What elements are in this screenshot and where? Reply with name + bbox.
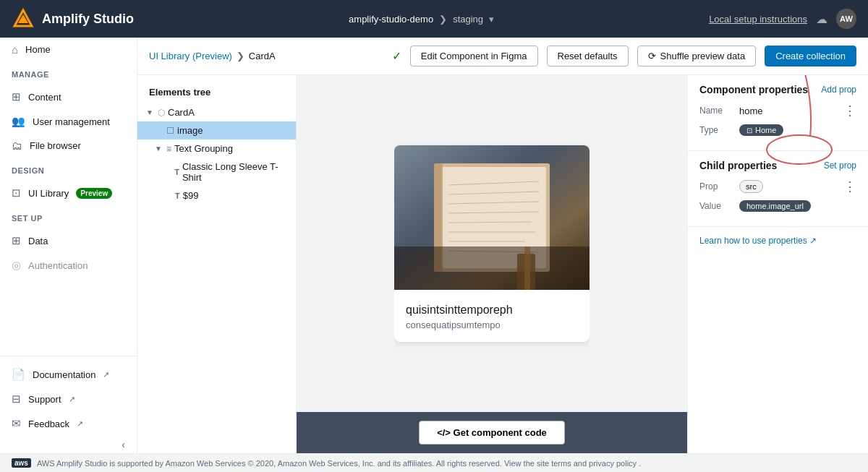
ui-library-icon: ⊡ (12, 186, 21, 199)
main-layout: ⌂ Home Manage ⊞ Content 👥 User managemen… (0, 38, 868, 453)
name-row: Name home ⋮ (699, 103, 856, 119)
sidebar-item-feedback[interactable]: ✉ Feedback ↗ (0, 411, 137, 436)
topbar-right: Local setup instructions ☁ AW (709, 9, 856, 29)
docs-icon: 📄 (12, 368, 25, 381)
footer: aws AWS Amplify Studio is supported by A… (0, 453, 868, 472)
tree-label-tshirt: Classic Long Sleeve T-Shirt (182, 161, 290, 183)
shuffle-icon: ⟳ (648, 51, 656, 61)
sidebar-bottom: 📄 Documentation ↗ ⊟ Support ↗ ✉ Feedback… (0, 356, 137, 453)
name-label: Name (699, 106, 739, 116)
sidebar-section-manage: Manage (0, 61, 137, 85)
tree-label-carda: CardA (168, 107, 195, 118)
external-link-icon-support: ↗ (69, 395, 75, 404)
tree-label-text-grouping: Text Grouping (174, 143, 233, 154)
prop-label: Prop (699, 181, 739, 192)
sidebar-item-support[interactable]: ⊟ Support ↗ (0, 387, 137, 411)
breadcrumb-chevron: ❯ (439, 14, 447, 25)
learn-link-text[interactable]: Learn how to use properties ↗ (699, 236, 817, 246)
name-menu-icon[interactable]: ⋮ (843, 103, 856, 119)
shuffle-label: Shuffle preview data (660, 51, 746, 61)
component-properties-title: Component properties (699, 84, 808, 95)
card-subtitle: consequatipsumtempo (406, 319, 578, 330)
collapse-sidebar-icon[interactable]: ‹ (122, 439, 125, 450)
external-link-icon-feedback: ↗ (77, 419, 83, 429)
breadcrumb[interactable]: UI Library (Preview) ❯ CardA (149, 51, 276, 61)
amplify-logo-icon (12, 7, 35, 30)
value-badge: home.image_url (739, 200, 811, 212)
learn-link[interactable]: Learn how to use properties ↗ (688, 227, 868, 254)
sidebar-item-home[interactable]: ⌂ Home (0, 38, 137, 61)
shuffle-preview-button[interactable]: ⟳ Shuffle preview data (637, 46, 757, 66)
svg-rect-16 (524, 246, 530, 290)
value-label: Value (699, 201, 739, 211)
tree-item-carda[interactable]: ▼ ⬡ CardA (137, 103, 296, 121)
topbar-center: amplify-studio-demo ❯ staging ▾ (349, 14, 494, 25)
sidebar-item-content[interactable]: ⊞ Content (0, 85, 137, 109)
breadcrumb-separator: ❯ (237, 51, 244, 61)
tree-item-image[interactable]: ☐ image (137, 121, 296, 140)
value-row: Value home.image_url (699, 200, 856, 212)
breadcrumb-library[interactable]: UI Library (Preview) (149, 51, 232, 61)
preview-area: quisintsinttemporeph consequatipsumtempo… (297, 75, 687, 453)
tree-icon-carda: ⬡ (158, 108, 165, 118)
tree-icon-price: T (175, 192, 180, 200)
type-badge: ⊡ Home (739, 124, 783, 136)
preview-bottom-bar: </> Get component code (297, 412, 687, 453)
sidebar-item-auth[interactable]: ◎ Authentication (0, 253, 137, 278)
card-image (394, 145, 590, 290)
tree-toggle-carda[interactable]: ▼ (146, 108, 155, 116)
prop-row: Prop src ⋮ (699, 179, 856, 194)
avatar[interactable]: AW (836, 9, 856, 29)
tree-toggle-text-grouping[interactable]: ▼ (155, 145, 163, 153)
home-icon: ⌂ (12, 43, 18, 56)
set-prop-link[interactable]: Set prop (824, 160, 856, 171)
sidebar-item-label-support: Support (28, 394, 61, 405)
type-badge-icon: ⊡ (746, 126, 752, 134)
tree-label-image: image (177, 125, 203, 136)
reset-defaults-button[interactable]: Reset defaults (547, 46, 629, 66)
sidebar-item-file-browser[interactable]: 🗂 File browser (0, 134, 137, 158)
sidebar-item-label-file-browser: File browser (30, 140, 81, 151)
child-properties-header: Child properties Set prop (699, 160, 856, 171)
get-component-code-button[interactable]: </> Get component code (419, 421, 565, 445)
type-badge-value: Home (755, 126, 776, 134)
sidebar-item-docs[interactable]: 📄 Documentation ↗ (0, 362, 137, 387)
folder-icon: 🗂 (12, 140, 22, 152)
panel-layout: Elements tree ▼ ⬡ CardA ☐ image ▼ ≡ (137, 75, 868, 453)
sidebar-item-ui-library[interactable]: ⊡ UI Library Preview (0, 181, 137, 205)
elements-panel: Elements tree ▼ ⬡ CardA ☐ image ▼ ≡ (137, 75, 297, 453)
support-icon: ⊟ (12, 392, 21, 406)
status-indicator: ✓ (392, 49, 401, 63)
tree-icon-image: ☐ (166, 126, 174, 136)
setup-link[interactable]: Local setup instructions (709, 14, 807, 25)
design-label: Design (12, 166, 125, 175)
component-properties-section: Component properties Add prop Name home … (688, 75, 868, 151)
env-name: staging (453, 14, 483, 25)
content-icon: ⊞ (12, 90, 21, 103)
topbar: Amplify Studio amplify-studio-demo ❯ sta… (0, 0, 868, 38)
child-properties-title: Child properties (699, 160, 777, 171)
tree-item-text-grouping[interactable]: ▼ ≡ Text Grouping (137, 140, 296, 158)
tree-item-tshirt[interactable]: T Classic Long Sleeve T-Shirt (137, 158, 296, 186)
type-label: Type (699, 125, 739, 135)
data-icon: ⊞ (12, 234, 21, 247)
create-collection-button[interactable]: Create collection (765, 46, 856, 66)
sidebar-item-user-management[interactable]: 👥 User management (0, 109, 137, 134)
sidebar-item-label-content: Content (28, 92, 61, 103)
dropdown-icon[interactable]: ▾ (489, 14, 494, 25)
child-properties-section: Child properties Set prop Prop src ⋮ Val… (688, 151, 868, 227)
add-prop-link[interactable]: Add prop (821, 85, 856, 95)
prop-menu-icon[interactable]: ⋮ (843, 179, 856, 194)
sidebar-item-data[interactable]: ⊞ Data (0, 228, 137, 253)
sidebar-item-label-user-mgmt: User management (33, 116, 110, 127)
breadcrumb-current: CardA (249, 51, 276, 61)
auth-icon: ◎ (12, 259, 21, 272)
component-properties-header: Component properties Add prop (699, 84, 856, 95)
edit-figma-button[interactable]: Edit Component in Figma (410, 46, 538, 66)
tree-item-price[interactable]: T $99 (137, 186, 296, 205)
sidebar-item-label-docs: Documentation (33, 369, 95, 380)
aws-logo: aws (12, 458, 31, 468)
topbar-left: Amplify Studio (12, 7, 134, 30)
tree-label-price: $99 (183, 190, 199, 201)
card-title: quisintsinttemporeph (406, 304, 578, 317)
